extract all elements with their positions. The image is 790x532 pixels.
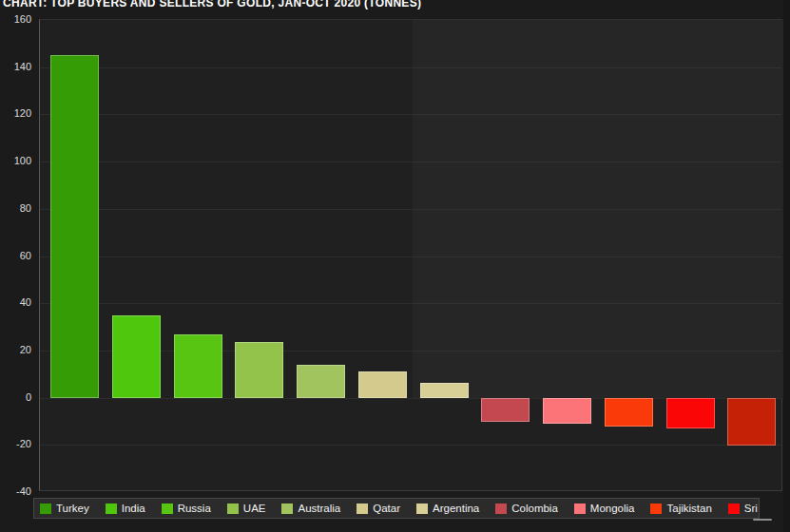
gridline: [40, 162, 781, 162]
legend-label: India: [122, 503, 145, 514]
legend-label: Colombia: [511, 503, 558, 514]
gridline: [40, 209, 781, 210]
legend-swatch-icon: [162, 504, 173, 514]
legend-label: Tajikistan: [666, 503, 711, 514]
bar-india[interactable]: [112, 315, 161, 398]
y-axis: 160140120100806040200-20-40: [0, 19, 31, 491]
legend-swatch-icon: [495, 504, 507, 514]
bar-russia[interactable]: [174, 334, 222, 398]
legend-label: UAE: [243, 503, 266, 514]
y-axis-tick-label: 20: [0, 344, 31, 355]
y-axis-tick-label: 120: [0, 107, 31, 119]
legend-swatch-icon: [574, 504, 586, 514]
y-axis-tick-label: -20: [0, 438, 31, 449]
legend-label: Qatar: [373, 503, 400, 514]
bar-australia[interactable]: [297, 365, 345, 398]
legend-swatch-icon: [416, 504, 428, 514]
resize-handle-icon[interactable]: [753, 519, 772, 521]
legend-swatch-icon: [40, 504, 51, 514]
bar-sri-lanka[interactable]: [666, 398, 715, 428]
y-axis-tick-label: 140: [0, 61, 31, 72]
legend-swatch-icon: [650, 504, 662, 514]
plot-area: [39, 19, 782, 491]
gridline: [40, 67, 781, 68]
legend-item-qatar[interactable]: Qatar: [356, 503, 400, 514]
y-axis-tick-label: 160: [0, 13, 31, 25]
legend-swatch-icon: [281, 504, 293, 514]
legend-label: Sri Lanka: [744, 503, 760, 514]
legend-item-russia[interactable]: Russia: [162, 503, 211, 514]
legend-label: Turkey: [56, 503, 89, 514]
legend-label: Mongolia: [590, 503, 635, 514]
bar-colombia[interactable]: [481, 398, 530, 422]
chart-title: CHART: TOP BUYERS AND SELLERS OF GOLD, J…: [3, 0, 421, 10]
legend-item-uae[interactable]: UAE: [227, 503, 266, 514]
bar-turkey[interactable]: [50, 55, 99, 397]
legend-item-india[interactable]: India: [106, 503, 145, 514]
legend-item-tajikistan[interactable]: Tajikistan: [650, 503, 711, 514]
legend: TurkeyIndiaRussiaUAEAustraliaQatarArgent…: [33, 498, 760, 519]
legend-label: Australia: [298, 503, 340, 514]
legend-swatch-icon: [728, 504, 740, 514]
y-axis-tick-label: 80: [0, 202, 31, 214]
legend-swatch-icon: [106, 504, 117, 514]
legend-item-argentina[interactable]: Argentina: [416, 503, 479, 514]
bar-mongolia[interactable]: [543, 398, 591, 424]
legend-label: Russia: [178, 503, 211, 514]
legend-item-australia[interactable]: Australia: [281, 503, 340, 514]
y-axis-tick-label: 60: [0, 250, 31, 261]
legend-swatch-icon: [227, 504, 239, 514]
gridline: [40, 445, 781, 446]
y-axis-tick-label: -40: [0, 485, 31, 497]
legend-item-sri-lanka[interactable]: Sri Lanka: [728, 503, 760, 514]
gridline: [40, 256, 781, 257]
legend-item-colombia[interactable]: Colombia: [495, 503, 558, 514]
page-right-gutter: [783, 0, 790, 532]
gridline: [40, 114, 781, 115]
bar-argentina[interactable]: [420, 383, 469, 397]
y-axis-tick-label: 100: [0, 155, 31, 166]
chart-widget: CHART: TOP BUYERS AND SELLERS OF GOLD, J…: [0, 0, 790, 532]
legend-label: Argentina: [433, 503, 479, 514]
legend-item-mongolia[interactable]: Mongolia: [574, 503, 635, 514]
bar-tajikistan[interactable]: [605, 398, 653, 427]
y-axis-tick-label: 0: [0, 391, 31, 403]
legend-item-turkey[interactable]: Turkey: [40, 503, 89, 514]
bar-qatar[interactable]: [358, 371, 407, 397]
bar-uae[interactable]: [235, 342, 283, 397]
legend-swatch-icon: [356, 504, 368, 514]
y-axis-tick-label: 40: [0, 296, 31, 308]
gridline: [40, 303, 781, 304]
bar-uzbekistan[interactable]: [727, 398, 776, 446]
